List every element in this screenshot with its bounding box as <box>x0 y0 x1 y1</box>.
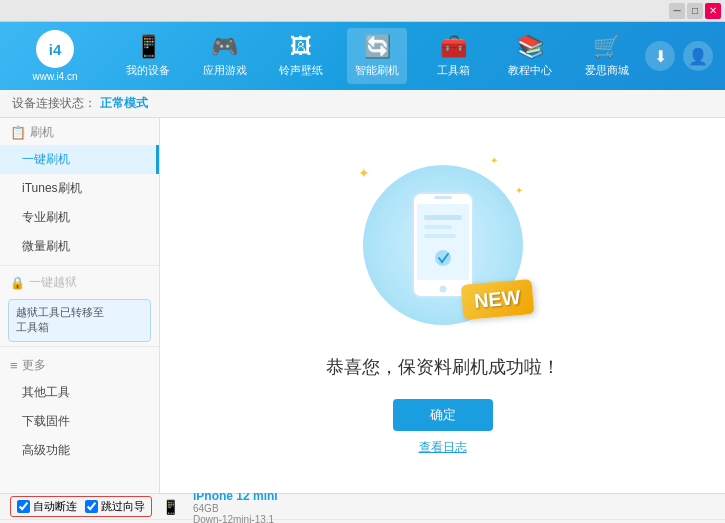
skip-wizard-checkbox[interactable]: 跳过向导 <box>85 499 145 514</box>
content-area: ✦ ✦ ✦ NEW 恭喜您，保资料刷机成功啦！ 确定 查看日志 <box>160 118 725 493</box>
nav-items: 📱 我的设备 🎮 应用游戏 🖼 铃声壁纸 🔄 智能刷机 🧰 工具箱 📚 教程中心… <box>110 28 645 84</box>
sidebar-section-flash: 📋 刷机 <box>0 118 159 145</box>
sidebar-label-other-tools: 其他工具 <box>22 385 70 399</box>
status-value: 正常模式 <box>100 95 148 112</box>
nav-label-tutorial: 教程中心 <box>508 63 552 78</box>
game-icon: 🎮 <box>211 34 238 60</box>
nav-label-wallpaper: 铃声壁纸 <box>279 63 323 78</box>
download-button[interactable]: ⬇ <box>645 41 675 71</box>
sidebar-section-more: ≡ 更多 <box>0 351 159 378</box>
device-storage: 64GB <box>193 503 278 514</box>
skip-wizard-label: 跳过向导 <box>101 499 145 514</box>
sparkle-2: ✦ <box>490 155 498 166</box>
logo-text: www.i4.cn <box>32 71 77 82</box>
store-icon: 🛒 <box>593 34 620 60</box>
more-section-icon: ≡ <box>10 358 18 373</box>
svg-point-3 <box>439 286 446 293</box>
nav-item-store[interactable]: 🛒 爱思商城 <box>577 28 637 84</box>
flash-section-icon: 📋 <box>10 125 26 140</box>
sidebar-label-download-firmware: 下载固件 <box>22 414 70 428</box>
lock-icon: 🔒 <box>10 276 25 290</box>
svg-rect-2 <box>434 196 452 199</box>
close-button[interactable]: ✕ <box>705 3 721 19</box>
auto-disconnect-label: 自动断连 <box>33 499 77 514</box>
bottom-bar: 自动断连 跳过向导 📱 iPhone 12 mini 64GB Down-12m… <box>0 493 725 523</box>
nav-item-my-device[interactable]: 📱 我的设备 <box>118 28 178 84</box>
sidebar-divider-2 <box>0 346 159 347</box>
status-bar: 设备连接状态： 正常模式 <box>0 90 725 118</box>
logo-abbr: i4 <box>49 41 62 58</box>
sparkle-1: ✦ <box>358 165 370 181</box>
device-section: 📱 iPhone 12 mini 64GB Down-12mini-13,1 <box>162 489 278 524</box>
maximize-button[interactable]: □ <box>687 3 703 19</box>
svg-rect-5 <box>424 225 452 229</box>
nav-item-tutorial[interactable]: 📚 教程中心 <box>500 28 560 84</box>
nav-right: ⬇ 👤 <box>645 41 725 71</box>
nav-label-my-device: 我的设备 <box>126 63 170 78</box>
checkbox-container: 自动断连 跳过向导 <box>10 496 152 517</box>
tutorial-icon: 📚 <box>517 34 544 60</box>
sidebar-divider-1 <box>0 265 159 266</box>
jailbreak-notice: 越狱工具已转移至工具箱 <box>8 299 151 342</box>
success-message: 恭喜您，保资料刷机成功啦！ <box>326 355 560 379</box>
minimize-button[interactable]: ─ <box>669 3 685 19</box>
main-container: 📋 刷机 一键刷机 iTunes刷机 专业刷机 微量刷机 🔒 一键越狱 越狱工具… <box>0 118 725 493</box>
device-info: iPhone 12 mini 64GB Down-12mini-13,1 <box>193 489 278 524</box>
sidebar-section-jailbreak-label: 一键越狱 <box>29 274 77 291</box>
sidebar-section-jailbreak: 🔒 一键越狱 <box>0 270 159 295</box>
new-badge: NEW <box>460 279 533 320</box>
jailbreak-notice-text: 越狱工具已转移至工具箱 <box>16 306 104 333</box>
svg-rect-6 <box>424 234 456 238</box>
sparkle-3: ✦ <box>515 185 523 196</box>
logo-area: i4 www.i4.cn <box>0 30 110 82</box>
sidebar-label-one-click-flash: 一键刷机 <box>22 152 70 166</box>
sidebar-item-itunes-flash[interactable]: iTunes刷机 <box>0 174 159 203</box>
sidebar-item-advanced[interactable]: 高级功能 <box>0 436 159 465</box>
sidebar-item-wipe-flash[interactable]: 微量刷机 <box>0 232 159 261</box>
logo-icon: i4 <box>36 30 74 68</box>
sidebar-section-more-label: 更多 <box>22 357 46 374</box>
nav-item-apps[interactable]: 🎮 应用游戏 <box>195 28 255 84</box>
svg-rect-4 <box>424 215 462 220</box>
flash-icon: 🔄 <box>364 34 391 60</box>
sidebar-item-download-firmware[interactable]: 下载固件 <box>0 407 159 436</box>
nav-label-store: 爱思商城 <box>585 63 629 78</box>
sidebar-section-flash-label: 刷机 <box>30 124 54 141</box>
status-label: 设备连接状态： <box>12 95 96 112</box>
sidebar-item-one-click-flash[interactable]: 一键刷机 <box>0 145 159 174</box>
top-nav: i4 www.i4.cn 📱 我的设备 🎮 应用游戏 🖼 铃声壁纸 🔄 智能刷机… <box>0 22 725 90</box>
nav-label-apps: 应用游戏 <box>203 63 247 78</box>
nav-item-smart-flash[interactable]: 🔄 智能刷机 <box>347 28 407 84</box>
phone-icon: 📱 <box>135 34 162 60</box>
auto-disconnect-checkbox[interactable]: 自动断连 <box>17 499 77 514</box>
toolbox-icon: 🧰 <box>440 34 467 60</box>
nav-label-toolbox: 工具箱 <box>437 63 470 78</box>
device-phone-icon: 📱 <box>162 499 179 515</box>
confirm-button[interactable]: 确定 <box>393 399 493 431</box>
sidebar-item-pro-flash[interactable]: 专业刷机 <box>0 203 159 232</box>
again-link[interactable]: 查看日志 <box>419 439 467 456</box>
title-bar: ─ □ ✕ <box>0 0 725 22</box>
nav-item-toolbox[interactable]: 🧰 工具箱 <box>424 28 484 84</box>
auto-disconnect-input[interactable] <box>17 500 30 513</box>
skip-wizard-input[interactable] <box>85 500 98 513</box>
sidebar-item-other-tools[interactable]: 其他工具 <box>0 378 159 407</box>
wallpaper-icon: 🖼 <box>290 34 312 60</box>
sidebar: 📋 刷机 一键刷机 iTunes刷机 专业刷机 微量刷机 🔒 一键越狱 越狱工具… <box>0 118 160 493</box>
new-text: NEW <box>473 286 521 312</box>
svg-point-7 <box>435 250 451 266</box>
nav-item-wallpaper[interactable]: 🖼 铃声壁纸 <box>271 28 331 84</box>
sidebar-label-pro-flash: 专业刷机 <box>22 210 70 224</box>
sidebar-label-advanced: 高级功能 <box>22 443 70 457</box>
sidebar-label-itunes-flash: iTunes刷机 <box>22 181 82 195</box>
success-illustration: ✦ ✦ ✦ NEW <box>353 155 533 335</box>
account-button[interactable]: 👤 <box>683 41 713 71</box>
bottom-top-row: 自动断连 跳过向导 📱 iPhone 12 mini 64GB Down-12m… <box>0 494 725 520</box>
nav-label-smart-flash: 智能刷机 <box>355 63 399 78</box>
sidebar-label-wipe-flash: 微量刷机 <box>22 239 70 253</box>
